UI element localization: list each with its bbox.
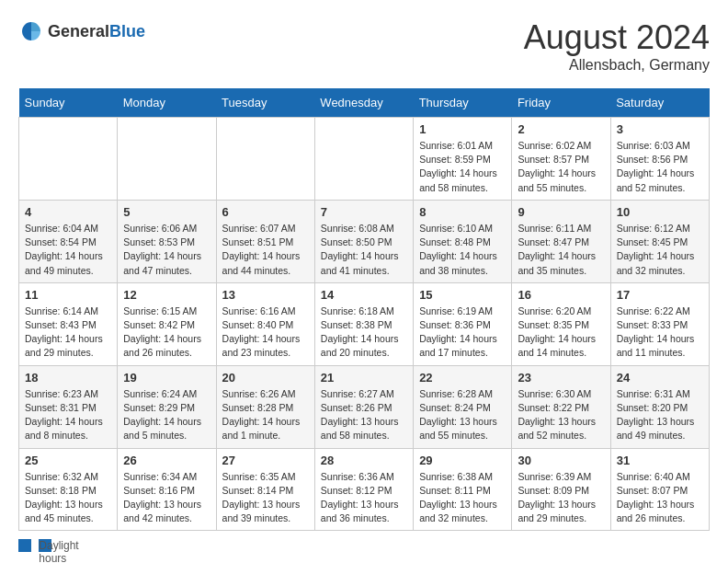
calendar-cell: 26Sunrise: 6:34 AMSunset: 8:16 PMDayligh…	[118, 448, 216, 531]
day-number: 22	[419, 371, 506, 385]
calendar-week-4: 25Sunrise: 6:32 AMSunset: 8:18 PMDayligh…	[19, 448, 710, 531]
day-info: Sunrise: 6:01 AMSunset: 8:59 PMDaylight:…	[419, 139, 506, 195]
day-info: Sunrise: 6:20 AMSunset: 8:35 PMDaylight:…	[518, 304, 604, 361]
calendar-cell: 14Sunrise: 6:18 AMSunset: 8:38 PMDayligh…	[314, 282, 413, 365]
day-info: Sunrise: 6:30 AMSunset: 8:22 PMDaylight:…	[518, 387, 604, 443]
logo-text: GeneralBlue	[48, 22, 145, 41]
month-year: August 2024	[524, 18, 710, 57]
calendar-cell: 9Sunrise: 6:11 AMSunset: 8:47 PMDaylight…	[512, 200, 610, 282]
calendar-week-2: 11Sunrise: 6:14 AMSunset: 8:43 PMDayligh…	[19, 282, 710, 365]
calendar-cell: 24Sunrise: 6:31 AMSunset: 8:20 PMDayligh…	[610, 365, 709, 448]
day-info: Sunrise: 6:39 AMSunset: 8:09 PMDaylight:…	[518, 470, 604, 526]
day-info: Sunrise: 6:12 AMSunset: 8:45 PMDaylight:…	[617, 222, 703, 278]
day-info: Sunrise: 6:40 AMSunset: 8:07 PMDaylight:…	[617, 470, 703, 526]
day-number: 8	[419, 205, 506, 219]
day-number: 10	[617, 205, 703, 219]
col-monday: Monday	[118, 88, 216, 118]
day-info: Sunrise: 6:03 AMSunset: 8:56 PMDaylight:…	[617, 139, 703, 195]
day-number: 14	[321, 288, 407, 302]
col-wednesday: Wednesday	[314, 88, 413, 118]
day-number: 28	[321, 454, 407, 467]
calendar-cell: 19Sunrise: 6:24 AMSunset: 8:29 PMDayligh…	[118, 365, 216, 448]
day-info: Sunrise: 6:32 AMSunset: 8:18 PMDaylight:…	[25, 470, 111, 526]
day-number: 23	[518, 371, 604, 385]
day-number: 13	[222, 288, 309, 302]
calendar-cell: 31Sunrise: 6:40 AMSunset: 8:07 PMDayligh…	[610, 448, 709, 531]
logo-general: General	[48, 22, 109, 40]
day-number: 4	[25, 205, 111, 219]
day-number: 11	[25, 288, 111, 302]
day-info: Sunrise: 6:19 AMSunset: 8:36 PMDaylight:…	[419, 304, 506, 361]
day-number: 5	[123, 205, 210, 219]
day-info: Sunrise: 6:38 AMSunset: 8:11 PMDaylight:…	[419, 470, 506, 526]
calendar-cell: 23Sunrise: 6:30 AMSunset: 8:22 PMDayligh…	[512, 365, 610, 448]
col-friday: Friday	[512, 88, 610, 118]
day-number: 3	[617, 122, 703, 136]
day-info: Sunrise: 6:18 AMSunset: 8:38 PMDaylight:…	[321, 304, 407, 361]
calendar-cell: 16Sunrise: 6:20 AMSunset: 8:35 PMDayligh…	[512, 282, 610, 365]
day-number: 29	[419, 454, 506, 467]
day-number: 19	[123, 371, 210, 385]
col-saturday: Saturday	[610, 88, 709, 118]
calendar-cell: 1Sunrise: 6:01 AMSunset: 8:59 PMDaylight…	[414, 118, 512, 201]
day-info: Sunrise: 6:26 AMSunset: 8:28 PMDaylight:…	[222, 387, 309, 443]
day-number: 26	[123, 454, 210, 467]
calendar-cell: 3Sunrise: 6:03 AMSunset: 8:56 PMDaylight…	[610, 118, 709, 201]
calendar-cell: 5Sunrise: 6:06 AMSunset: 8:53 PMDaylight…	[118, 200, 216, 282]
calendar-cell: 6Sunrise: 6:07 AMSunset: 8:51 PMDaylight…	[216, 200, 314, 282]
day-number: 30	[518, 454, 604, 467]
day-info: Sunrise: 6:28 AMSunset: 8:24 PMDaylight:…	[419, 387, 506, 443]
day-number: 20	[222, 371, 309, 385]
calendar-cell: 15Sunrise: 6:19 AMSunset: 8:36 PMDayligh…	[414, 282, 512, 365]
col-tuesday: Tuesday	[216, 88, 314, 118]
calendar-cell: 7Sunrise: 6:08 AMSunset: 8:50 PMDaylight…	[314, 200, 413, 282]
calendar-cell: 11Sunrise: 6:14 AMSunset: 8:43 PMDayligh…	[19, 282, 118, 365]
calendar-cell: 25Sunrise: 6:32 AMSunset: 8:18 PMDayligh…	[19, 448, 118, 531]
calendar-cell: 29Sunrise: 6:38 AMSunset: 8:11 PMDayligh…	[414, 448, 512, 531]
calendar-cell	[19, 118, 118, 201]
day-number: 7	[321, 205, 407, 219]
day-info: Sunrise: 6:27 AMSunset: 8:26 PMDaylight:…	[321, 387, 407, 443]
day-info: Sunrise: 6:14 AMSunset: 8:43 PMDaylight:…	[25, 304, 111, 361]
logo-blue: Blue	[109, 22, 145, 40]
calendar-week-1: 4Sunrise: 6:04 AMSunset: 8:54 PMDaylight…	[19, 200, 710, 282]
day-number: 2	[518, 122, 604, 136]
calendar-cell	[216, 118, 314, 201]
logo-icon	[18, 18, 44, 44]
calendar-cell: 30Sunrise: 6:39 AMSunset: 8:09 PMDayligh…	[512, 448, 610, 531]
calendar-cell: 21Sunrise: 6:27 AMSunset: 8:26 PMDayligh…	[314, 365, 413, 448]
day-number: 1	[419, 122, 506, 136]
calendar-cell: 4Sunrise: 6:04 AMSunset: 8:54 PMDaylight…	[19, 200, 118, 282]
calendar-header-row: Sunday Monday Tuesday Wednesday Thursday…	[19, 88, 710, 118]
calendar-cell: 8Sunrise: 6:10 AMSunset: 8:48 PMDaylight…	[414, 200, 512, 282]
day-info: Sunrise: 6:22 AMSunset: 8:33 PMDaylight:…	[617, 304, 703, 361]
day-info: Sunrise: 6:07 AMSunset: 8:51 PMDaylight:…	[222, 222, 309, 278]
day-info: Sunrise: 6:23 AMSunset: 8:31 PMDaylight:…	[25, 387, 111, 443]
day-info: Sunrise: 6:04 AMSunset: 8:54 PMDaylight:…	[25, 222, 111, 278]
calendar-cell: 12Sunrise: 6:15 AMSunset: 8:42 PMDayligh…	[118, 282, 216, 365]
col-thursday: Thursday	[414, 88, 512, 118]
page-header: GeneralBlue August 2024 Allensbach, Germ…	[18, 18, 710, 74]
day-info: Sunrise: 6:06 AMSunset: 8:53 PMDaylight:…	[123, 222, 210, 278]
calendar-cell: 13Sunrise: 6:16 AMSunset: 8:40 PMDayligh…	[216, 282, 314, 365]
day-info: Sunrise: 6:34 AMSunset: 8:16 PMDaylight:…	[123, 470, 210, 526]
day-info: Sunrise: 6:35 AMSunset: 8:14 PMDaylight:…	[222, 470, 309, 526]
calendar-cell: 18Sunrise: 6:23 AMSunset: 8:31 PMDayligh…	[19, 365, 118, 448]
calendar-cell: 20Sunrise: 6:26 AMSunset: 8:28 PMDayligh…	[216, 365, 314, 448]
day-number: 12	[123, 288, 210, 302]
day-info: Sunrise: 6:08 AMSunset: 8:50 PMDaylight:…	[321, 222, 407, 278]
calendar-cell: 28Sunrise: 6:36 AMSunset: 8:12 PMDayligh…	[314, 448, 413, 531]
day-number: 27	[222, 454, 309, 467]
day-number: 18	[25, 371, 111, 385]
calendar-cell: 17Sunrise: 6:22 AMSunset: 8:33 PMDayligh…	[610, 282, 709, 365]
footer-note: Daylight hours	[18, 538, 710, 552]
day-number: 16	[518, 288, 604, 302]
calendar-cell	[118, 118, 216, 201]
calendar-cell	[314, 118, 413, 201]
calendar-cell: 2Sunrise: 6:02 AMSunset: 8:57 PMDaylight…	[512, 118, 610, 201]
day-info: Sunrise: 6:10 AMSunset: 8:48 PMDaylight:…	[419, 222, 506, 278]
day-info: Sunrise: 6:15 AMSunset: 8:42 PMDaylight:…	[123, 304, 210, 361]
day-info: Sunrise: 6:16 AMSunset: 8:40 PMDaylight:…	[222, 304, 309, 361]
day-number: 17	[617, 288, 703, 302]
calendar-cell: 27Sunrise: 6:35 AMSunset: 8:14 PMDayligh…	[216, 448, 314, 531]
